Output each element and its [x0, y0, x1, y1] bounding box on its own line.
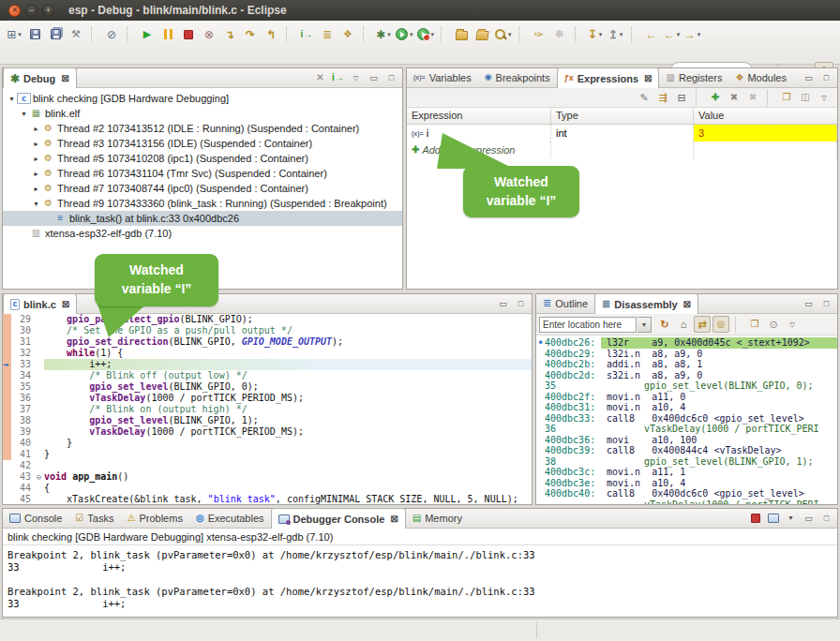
tab-tasks[interactable]: ☑Tasks — [68, 508, 120, 528]
minimize-button[interactable]: ▭ — [801, 511, 817, 527]
open-new-view-button[interactable]: ❐ — [778, 89, 795, 106]
maximize-button[interactable]: □ — [818, 511, 834, 527]
console-menu-button[interactable]: ▾ — [783, 511, 799, 527]
view-menu-button[interactable]: ▽ — [784, 316, 801, 333]
step-return-button[interactable]: ↰ — [262, 25, 280, 44]
maximize-button[interactable]: □ — [818, 296, 834, 312]
editor-annotation-margin[interactable] — [3, 426, 11, 438]
window-maximize-button[interactable]: + — [42, 5, 54, 17]
save-all-button[interactable] — [46, 25, 65, 44]
minimize-button[interactable]: ▭ — [801, 296, 817, 312]
editor-annotation-margin[interactable] — [3, 348, 11, 359]
show-source-button[interactable]: ◎ — [712, 316, 729, 333]
terminate-button[interactable] — [747, 511, 763, 527]
tab-registers[interactable]: ▥Registers — [659, 67, 728, 87]
editor-annotation-margin[interactable] — [3, 404, 11, 415]
tab-console[interactable]: Console — [3, 508, 68, 528]
tab-blink-c[interactable]: cblink.c⊠ — [3, 293, 77, 314]
minimize-button[interactable]: ▭ — [801, 70, 817, 86]
open-new-view-button[interactable]: ❐ — [746, 316, 763, 333]
debug-tree-item[interactable]: ▾cblink checking [GDB Hardware Debugging… — [3, 91, 402, 106]
editor-annotation-margin[interactable] — [3, 381, 11, 393]
close-tab-icon[interactable]: ⊠ — [61, 73, 68, 83]
search-button[interactable]: ▾ — [493, 25, 513, 44]
maximize-button[interactable]: □ — [818, 70, 834, 86]
window-close-button[interactable]: ✕ — [8, 5, 21, 17]
save-button[interactable] — [25, 25, 44, 44]
location-input[interactable]: Enter location here — [539, 317, 637, 333]
home-button[interactable]: ⌂ — [675, 316, 692, 333]
editor-annotation-margin[interactable] — [3, 370, 11, 381]
editor-annotation-margin[interactable] — [3, 393, 11, 404]
run-button[interactable]: ▾ — [395, 25, 414, 44]
editor-annotation-margin[interactable] — [3, 415, 11, 426]
instruction-stepping-button[interactable]: i→ — [297, 25, 316, 44]
suspend-button[interactable] — [158, 25, 177, 44]
column-header-expression[interactable]: Expression — [407, 108, 551, 124]
remove-all-expressions-button[interactable]: ✖ — [744, 89, 761, 106]
location-dropdown-button[interactable]: ▼ — [638, 317, 652, 333]
close-tab-icon[interactable]: ⊠ — [644, 73, 652, 83]
new-wizard-button[interactable]: ⊞▾ — [5, 25, 23, 44]
editor-annotation-margin[interactable] — [3, 471, 11, 483]
debug-tree-item[interactable]: ▥xtensa-esp32-elf-gdb (7.10) — [3, 226, 402, 241]
debug-tree-item[interactable]: ▸⚙Thread #7 1073408744 (ipc0) (Suspended… — [3, 181, 402, 196]
editor-annotation-margin[interactable] — [3, 449, 11, 460]
editor-annotation-margin[interactable] — [3, 438, 11, 449]
display-selected-console-button[interactable] — [765, 511, 781, 527]
back-button[interactable]: ←▾ — [663, 25, 682, 44]
close-tab-icon[interactable]: ⊠ — [62, 299, 69, 309]
tab-breakpoints[interactable]: ◉Breakpoints — [478, 67, 557, 87]
code-editor[interactable]: 29 gpio_pad_select_gpio(BLINK_GPIO);30 /… — [3, 314, 532, 504]
resume-button[interactable]: ▶ — [138, 25, 157, 44]
debug-tree-item[interactable]: ▾⚙Thread #9 1073433360 (blink_task : Run… — [3, 196, 402, 211]
last-edit-location-dropdown-icon[interactable]: ▾ — [599, 31, 603, 38]
new-project-button[interactable] — [452, 25, 471, 44]
close-tab-icon[interactable]: ⊠ — [683, 299, 691, 309]
debug-tree-item[interactable]: ▾▦blink.elf — [3, 106, 402, 121]
tab-problems[interactable]: ⚠Problems — [120, 508, 188, 528]
forward-button[interactable]: →▾ — [683, 25, 702, 44]
column-header-value[interactable]: Value — [694, 108, 837, 124]
close-tab-icon[interactable]: ⊠ — [390, 514, 398, 524]
editor-annotation-margin[interactable] — [3, 314, 11, 325]
sync-active-context-button[interactable]: ⇄ — [694, 316, 711, 333]
editor-annotation-margin[interactable] — [3, 494, 11, 504]
view-menu-button[interactable]: ▽ — [348, 70, 364, 86]
debug-tree-item[interactable]: ▸⚙Thread #6 1073431104 (Tmr Svc) (Suspen… — [3, 166, 402, 181]
debug-tree-item[interactable]: ▸⚙Thread #2 1073413512 (IDLE : Running) … — [3, 121, 402, 136]
editor-annotation-margin[interactable] — [3, 460, 11, 471]
forward-dropdown-icon[interactable]: ▾ — [698, 31, 701, 38]
show-type-names-button[interactable]: ✎ — [636, 89, 652, 106]
console-output[interactable]: Breakpoint 2, blink_task (pvParameter=0x… — [3, 545, 837, 614]
refresh-button[interactable]: ↻ — [656, 316, 673, 333]
view-menu-button[interactable]: ▽ — [816, 89, 832, 106]
tab-debugger-console[interactable]: Debugger Console⊠ — [271, 508, 406, 529]
search-dropdown-icon[interactable]: ▾ — [508, 31, 512, 38]
maximize-button[interactable]: □ — [383, 70, 399, 86]
show-logical-structures-button[interactable]: ⇶ — [654, 89, 671, 106]
expand-icon[interactable]: ▸ — [31, 170, 41, 178]
expand-icon[interactable]: ▸ — [31, 185, 41, 193]
run-dropdown-icon[interactable]: ▾ — [410, 31, 413, 38]
disconnect-button[interactable]: ⊗ — [200, 25, 218, 44]
tab-variables[interactable]: (x)=Variables — [407, 67, 478, 87]
instruction-stepping-button[interactable]: i→ — [330, 70, 346, 86]
tab-modules[interactable]: ❖Modules — [728, 67, 793, 87]
collapse-icon[interactable]: ▾ — [7, 95, 17, 103]
editor-annotation-margin[interactable] — [3, 336, 11, 348]
debug-tree-item[interactable]: ▸⚙Thread #3 1073413156 (IDLE) (Suspended… — [3, 136, 402, 151]
window-minimize-button[interactable]: − — [25, 5, 38, 17]
pin-button[interactable]: ⊙ — [765, 316, 782, 333]
next-edit-location-button[interactable]: ↥▾ — [607, 25, 625, 44]
tab-expressions[interactable]: ƒxExpressions⊠ — [557, 67, 660, 88]
expand-icon[interactable]: ▸ — [31, 125, 41, 133]
collapse-all-button[interactable]: ⊟ — [673, 89, 690, 106]
debug-dropdown-icon[interactable]: ▾ — [387, 31, 391, 38]
maximize-button[interactable]: □ — [513, 296, 529, 312]
profile-button[interactable]: ❖ — [338, 25, 357, 44]
tab-debug[interactable]: ✱Debug⊠ — [3, 67, 77, 88]
column-header-type[interactable]: Type — [551, 108, 694, 124]
back-history-button[interactable]: ← — [642, 25, 661, 44]
back-dropdown-icon[interactable]: ▾ — [677, 31, 681, 38]
